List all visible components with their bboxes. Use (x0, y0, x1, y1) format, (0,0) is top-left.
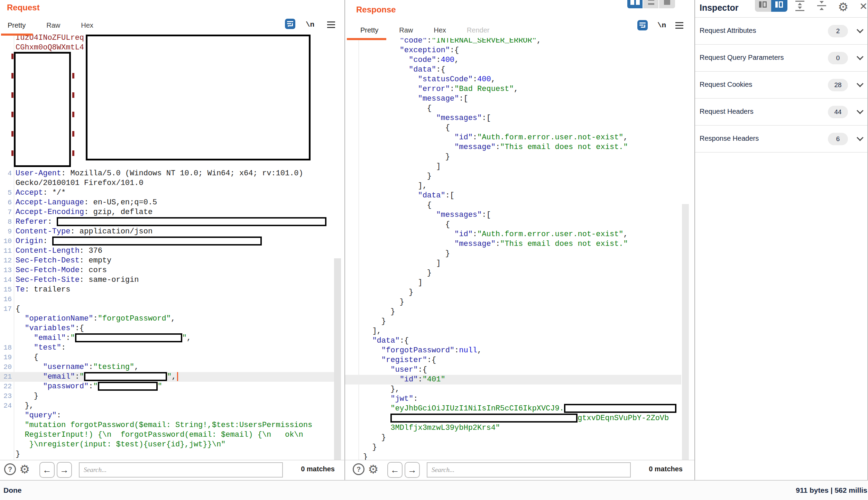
chevron-down-icon[interactable] (857, 80, 864, 87)
response-searchbar: ? ⚙ ← → 0 matches (345, 460, 694, 480)
code-line: } (345, 249, 694, 259)
code-line: "data":{ (345, 65, 694, 75)
next-match-button[interactable]: → (57, 462, 72, 478)
redacted-text-fragment (11, 131, 13, 137)
tab-hex[interactable]: Hex (434, 26, 446, 34)
word-wrap-icon[interactable] (637, 20, 648, 30)
inspector-view-right-button[interactable] (771, 0, 787, 12)
redacted-text-fragment (11, 92, 13, 98)
response-panel: "code":"INTERNAL_SERVER_ERROR", "excepti… (345, 0, 694, 480)
inspector-section-request-query-parameters[interactable]: Request Query Parameters0 (695, 45, 868, 72)
response-match-count: 0 matches (645, 465, 683, 473)
request-editor[interactable]: IuzU4INoZFULreqCGhxm0oQ8WXmtL44User-Agen… (0, 0, 344, 460)
redaction-box (86, 35, 311, 160)
chevron-down-icon[interactable] (857, 107, 864, 114)
redacted-text-fragment (72, 131, 74, 137)
search-settings-gear-icon[interactable]: ⚙ (368, 463, 378, 475)
code-line: "messages":[ (345, 210, 694, 220)
menu-icon[interactable] (327, 21, 335, 22)
code-line: "id":"401" (345, 375, 681, 385)
code-line: Gecko/20100101 Firefox/101.0 (0, 178, 344, 188)
redacted-text-fragment (72, 92, 74, 98)
layout-columns-button[interactable] (627, 0, 643, 8)
menu-icon[interactable] (675, 22, 683, 23)
collapse-all-icon[interactable] (817, 1, 826, 11)
request-search-input[interactable] (79, 462, 283, 478)
layout-single-button[interactable] (659, 0, 675, 8)
code-line: "jwt": (345, 394, 694, 404)
request-scrollbar[interactable] (334, 258, 341, 460)
tab-raw[interactable]: Raw (46, 21, 60, 29)
inspector-section-request-cookies[interactable]: Request Cookies28 (695, 72, 868, 99)
chevron-down-icon[interactable] (857, 26, 864, 33)
section-label: Response Headers (700, 135, 759, 142)
code-line: gtxvDEqnSVuPbY-2ZoVb (345, 414, 694, 423)
code-line: { (345, 220, 694, 230)
inspector-title: Inspector (700, 3, 739, 13)
inspector-view-left-button[interactable] (755, 0, 771, 12)
inspector-section-response-headers[interactable]: Response Headers6 (695, 126, 868, 152)
previous-match-button[interactable]: ← (39, 462, 55, 478)
section-count-badge: 44 (828, 106, 848, 118)
close-icon[interactable]: ✕ (859, 1, 867, 12)
code-line: ] (345, 259, 694, 268)
code-line: "code":400, (345, 55, 694, 65)
section-label: Request Headers (700, 108, 754, 115)
code-line: } (345, 443, 694, 452)
code-line: } (345, 268, 694, 278)
code-line: 15Te: trailers (0, 285, 344, 295)
inspector-settings-gear-icon[interactable]: ⚙ (838, 0, 848, 14)
status-text: Done (3, 486, 22, 494)
response-scrollbar[interactable] (682, 204, 689, 460)
code-line: "register":{ (345, 355, 694, 365)
section-count-badge: 28 (828, 79, 848, 91)
code-line: 6Accept-Language: en-US,en;q=0.5 (0, 198, 344, 207)
layout-rows-button[interactable] (643, 0, 659, 8)
newline-toggle-icon[interactable]: \n (306, 21, 314, 29)
inspector-section-request-attributes[interactable]: Request Attributes2 (695, 18, 868, 45)
previous-match-button[interactable]: ← (387, 462, 403, 478)
response-search-input[interactable] (427, 462, 631, 478)
code-line: }, (345, 385, 694, 394)
newline-toggle-icon[interactable]: \n (657, 21, 666, 29)
code-line: 4User-Agent: Mozilla/5.0 (Windows NT 10.… (0, 169, 344, 178)
response-editor[interactable]: "code":"INTERNAL_SERVER_ERROR", "excepti… (345, 0, 694, 460)
line-number: 4 (0, 169, 12, 178)
line-number: 18 (0, 343, 12, 353)
word-wrap-icon[interactable] (285, 19, 295, 29)
active-tab-underline (1, 34, 33, 36)
section-label: Request Cookies (700, 81, 752, 89)
line-number: 15 (0, 285, 12, 295)
request-searchbar: ? ⚙ ← → 0 matches (0, 460, 344, 480)
help-icon[interactable]: ? (4, 463, 16, 475)
code-line: } (345, 297, 694, 307)
chevron-down-icon[interactable] (857, 134, 864, 141)
line-number: 16 (0, 295, 12, 304)
code-line: 12Sec-Fetch-Dest: empty (0, 256, 344, 266)
line-number: 17 (0, 304, 12, 314)
redaction-box (14, 52, 71, 167)
tab-hex[interactable]: Hex (81, 21, 93, 29)
active-tab-underline (347, 38, 386, 40)
code-line: "forgotPassword":null, (345, 346, 694, 355)
tab-pretty[interactable]: Pretty (360, 26, 378, 34)
tab-pretty[interactable]: Pretty (8, 21, 26, 29)
next-match-button[interactable]: → (405, 462, 420, 478)
line-number: 8 (0, 217, 12, 227)
code-line: "error":"Bad Request", (345, 84, 694, 94)
line-number: 19 (0, 353, 12, 362)
chevron-down-icon[interactable] (857, 53, 864, 60)
line-number: 11 (0, 246, 12, 256)
code-line: 18 "test": (0, 343, 344, 353)
expand-all-icon[interactable] (795, 1, 804, 11)
line-number: 6 (0, 198, 12, 207)
redacted-text-fragment (11, 150, 13, 156)
help-icon[interactable]: ? (353, 463, 364, 475)
tab-raw[interactable]: Raw (399, 26, 413, 34)
section-count-badge: 2 (828, 25, 848, 37)
search-settings-gear-icon[interactable]: ⚙ (19, 463, 30, 475)
section-label: Request Attributes (700, 27, 756, 35)
code-line: 16 (0, 295, 344, 304)
code-line: "message":[ (345, 94, 694, 104)
inspector-section-request-headers[interactable]: Request Headers44 (695, 99, 868, 126)
